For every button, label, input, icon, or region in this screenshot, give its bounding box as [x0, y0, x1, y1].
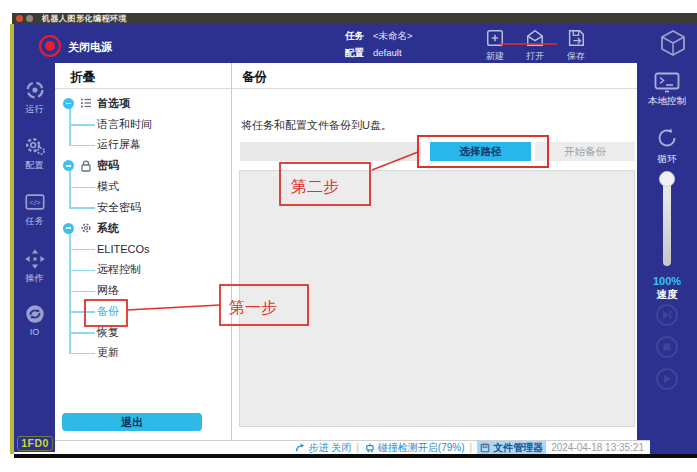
save-button[interactable]: 保存 [553, 28, 599, 63]
loop-button[interactable]: 循环 [637, 125, 697, 166]
file-manager-button[interactable]: 文件管理器 [477, 441, 546, 455]
collapse-icon[interactable] [63, 223, 74, 234]
power-off-label: 关闭电源 [68, 40, 112, 55]
speed-label: 速度 [637, 288, 697, 302]
window-bottom-edge [14, 454, 697, 458]
stop-button[interactable] [656, 336, 678, 358]
collision-detection-status[interactable]: 碰撞检测开启(79%) [364, 441, 465, 455]
open-button-label: 打开 [512, 50, 558, 63]
run-icon [24, 79, 46, 101]
right-sidebar: 本地控制 循环 100% 速度 [637, 63, 697, 440]
sidebar-item-config-label: 配置 [14, 159, 55, 172]
power-off-button[interactable] [39, 35, 61, 57]
play-icon [661, 373, 673, 385]
tree-node-mode[interactable]: 模式 [55, 176, 230, 197]
sidebar-item-config[interactable]: 配置 [14, 135, 55, 172]
sidebar-item-operate[interactable]: 操作 [14, 248, 55, 285]
tree-node-label: 语言和时间 [97, 117, 152, 132]
speed-value: 100% [637, 275, 697, 287]
backup-description: 将任务和配置文件备份到U盘。 [241, 118, 392, 133]
tree-node-label: 模式 [97, 179, 119, 194]
tree-node-restore[interactable]: 恢复 [55, 322, 230, 343]
start-backup-button[interactable]: 开始备份 [535, 142, 635, 161]
skip-next-icon [661, 309, 673, 321]
sidebar-item-task-label: 任务 [14, 215, 55, 228]
file-manager-label: 文件管理器 [493, 441, 543, 455]
separator: | [470, 442, 473, 453]
tree-node-label: 首选项 [97, 96, 130, 111]
backup-path-input[interactable] [240, 142, 421, 161]
tree-node-update[interactable]: 更新 [55, 343, 230, 364]
tree-node-preferences[interactable]: 首选项 [55, 93, 230, 114]
tree-node-language-time[interactable]: 语言和时间 [55, 114, 230, 135]
tree-node-safety-password[interactable]: 安全密码 [55, 197, 230, 218]
sidebar-item-task[interactable]: </> 任务 [14, 191, 55, 228]
tree-node-elitecos[interactable]: ELITECOs [55, 239, 230, 260]
settings-tree-panel: 折叠 首选项 语言和时间 运行屏幕 密码 模式 安全密码 系统 [55, 63, 232, 440]
tree-node-password[interactable]: 密码 [55, 155, 230, 176]
collision-icon [364, 442, 375, 453]
task-label: 任务 [345, 30, 364, 41]
local-control-button[interactable]: 本地控制 [637, 72, 697, 108]
tree-node-label: 网络 [97, 283, 119, 298]
app-window: 机器人图形化编程环境 关闭电源 任务<未命名> 配置default 新建 打开 … [0, 0, 697, 472]
speed-slider-handle[interactable] [659, 171, 675, 187]
sidebar-item-io[interactable]: IO [14, 303, 55, 337]
save-button-label: 保存 [553, 50, 599, 63]
window-minimize-icon[interactable] [26, 15, 33, 22]
collapse-icon[interactable] [63, 160, 74, 171]
select-path-button[interactable]: 选择路径 [430, 142, 531, 161]
tree-node-label: 系统 [97, 221, 119, 236]
task-config-info: 任务<未命名> 配置default [345, 27, 413, 61]
app-header: 关闭电源 任务<未命名> 配置default 新建 打开 保存 [14, 24, 697, 63]
sidebar-item-run-label: 运行 [14, 103, 55, 116]
tree-node-label: 密码 [97, 158, 119, 173]
os-titlebar: 机器人图形化编程环境 [12, 13, 697, 24]
sidebar-item-run[interactable]: 运行 [14, 79, 55, 116]
save-icon [566, 28, 586, 48]
backup-panel: 备份 将任务和配置文件备份到U盘。 选择路径 开始备份 [232, 63, 637, 440]
step-forward-button[interactable] [656, 304, 678, 326]
task-icon: </> [24, 191, 46, 213]
config-icon [24, 135, 46, 157]
status-code-badge: 1FD0 [17, 436, 53, 451]
open-button[interactable]: 打开 [512, 28, 558, 63]
tree-node-label: 备份 [97, 304, 119, 319]
tree-node-label: 安全密码 [97, 200, 141, 215]
tree-node-remote-control[interactable]: 远程控制 [55, 259, 230, 280]
speed-slider-track[interactable] [663, 178, 671, 266]
step-mode-label: 步进 关闭 [308, 441, 351, 455]
file-manager-icon [480, 443, 490, 453]
task-value: <未命名> [373, 30, 413, 41]
svg-text:</>: </> [29, 198, 41, 207]
sidebar-bottom-block [650, 440, 697, 455]
tree-node-label: 远程控制 [97, 262, 141, 277]
collapse-icon[interactable] [63, 98, 74, 109]
config-label: 配置 [345, 47, 364, 58]
step-mode-icon [295, 443, 305, 453]
play-button[interactable] [656, 368, 678, 390]
step-mode-status[interactable]: 步进 关闭 [295, 441, 351, 455]
tree-node-run-screen[interactable]: 运行屏幕 [55, 135, 230, 156]
sidebar-item-operate-label: 操作 [14, 272, 55, 285]
tree-panel-title: 折叠 [55, 63, 231, 89]
collision-detection-label: 碰撞检测开启(79%) [378, 441, 465, 455]
tree-rows: 首选项 语言和时间 运行屏幕 密码 模式 安全密码 系统 ELITECOs 远程… [55, 93, 230, 363]
backup-file-list-area [239, 170, 635, 427]
exit-button[interactable]: 退出 [62, 413, 202, 431]
tree-node-backup[interactable]: 备份 [55, 301, 230, 322]
sidebar-item-io-label: IO [14, 327, 55, 337]
tree-node-label: 更新 [97, 345, 119, 360]
window-close-icon[interactable] [16, 15, 23, 22]
separator: | [356, 442, 359, 453]
operate-icon [24, 248, 46, 270]
local-control-label: 本地控制 [637, 95, 697, 108]
loop-icon [654, 125, 680, 151]
status-timestamp: 2024-04-18 13:35:21 [551, 442, 644, 453]
config-value: default [373, 47, 402, 58]
tree-node-system[interactable]: 系统 [55, 218, 230, 239]
tree-node-network[interactable]: 网络 [55, 280, 230, 301]
lock-icon [80, 160, 92, 172]
preferences-icon [80, 97, 92, 109]
terminal-icon [654, 72, 680, 93]
